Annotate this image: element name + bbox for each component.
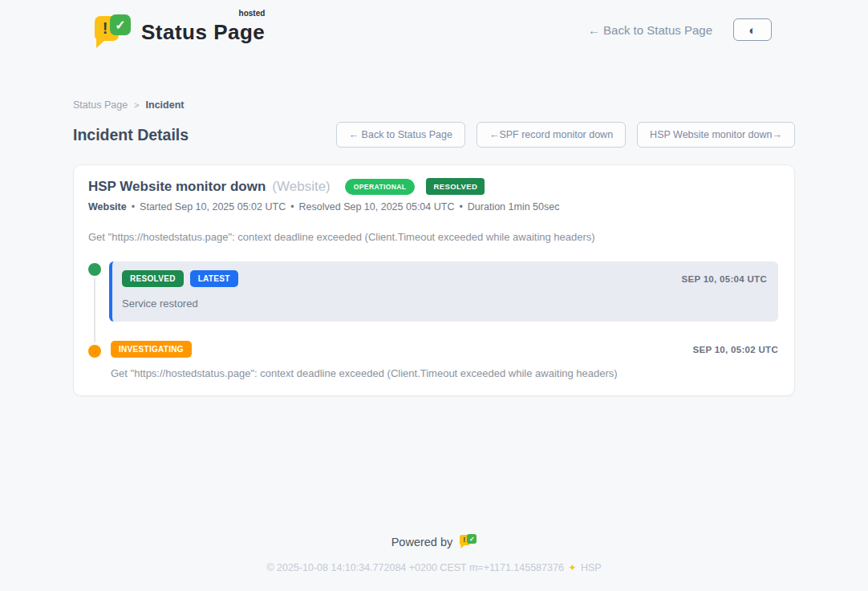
timeline-entry-resolved: RESOLVED LATEST SEP 10, 05:04 UTC Servic… — [88, 261, 778, 322]
meta-duration: Duration 1min 50sec — [468, 201, 560, 213]
timeline-message: Get "https://hostedstatus.page": context… — [111, 367, 778, 379]
footer-brand: HSP — [581, 562, 602, 573]
resolved-status-badge: RESOLVED — [122, 270, 184, 287]
logo-text-wrap: Status Page hosted — [141, 14, 265, 45]
incident-card: HSP Website monitor down (Website) OPERA… — [73, 164, 795, 396]
timeline-dot-investigating — [88, 345, 101, 358]
footer-logo-icon: ! ✓ — [460, 534, 477, 549]
main-content: Status Page > Incident Incident Details … — [73, 59, 795, 396]
header: ! ✓ Status Page hosted ← Back to Status … — [0, 0, 868, 59]
breadcrumb-incident: Incident — [146, 99, 185, 111]
powered-by-label: Powered by — [391, 536, 453, 548]
meta-started: Started Sep 10, 2025 05:02 UTC — [140, 201, 286, 213]
timeline-entry-badges: RESOLVED LATEST — [122, 270, 238, 287]
incident-timeline: RESOLVED LATEST SEP 10, 05:04 UTC Servic… — [88, 261, 778, 379]
timeline-entry-badges: INVESTIGATING — [111, 341, 192, 358]
meta-bullet: • — [459, 201, 462, 213]
timeline-entry-investigating: INVESTIGATING SEP 10, 05:02 UTC Get "htt… — [88, 341, 778, 379]
timeline-entry-header: RESOLVED LATEST SEP 10, 05:04 UTC — [122, 270, 767, 287]
breadcrumb-separator: > — [134, 100, 139, 110]
incident-description: Get "https://hostedstatus.page": context… — [88, 231, 778, 243]
checkmark-icon: ✓ — [115, 18, 125, 33]
header-actions: ← Back to Status Page ◐ — [588, 18, 772, 41]
meta-resolved: Resolved Sep 10, 2025 05:04 UTC — [299, 201, 455, 213]
check-box-shape: ✓ — [110, 14, 131, 35]
incident-title: HSP Website monitor down — [88, 179, 266, 195]
breadcrumb: Status Page > Incident — [73, 99, 795, 111]
header-back-link[interactable]: ← Back to Status Page — [588, 23, 712, 37]
incident-meta: Website • Started Sep 10, 2025 05:02 UTC… — [88, 201, 778, 213]
logo-title: Status Page — [141, 20, 265, 44]
timeline-message: Service restored — [122, 298, 767, 310]
breadcrumb-status-page[interactable]: Status Page — [73, 99, 128, 111]
incident-nav-buttons: ← Back to Status Page ←SPF record monito… — [336, 122, 795, 148]
timeline-timestamp: SEP 10, 05:04 UTC — [681, 274, 767, 284]
prev-incident-button[interactable]: ←SPF record monitor down — [477, 122, 626, 148]
incident-component: (Website) — [272, 179, 330, 195]
sparkles-icon: ✦ — [568, 562, 576, 573]
meta-bullet: • — [290, 201, 294, 213]
title-row: Incident Details ← Back to Status Page ←… — [73, 122, 795, 148]
logo-hosted-label: hosted — [239, 9, 266, 18]
operational-badge: OPERATIONAL — [345, 179, 416, 195]
check-box-shape: ✓ — [467, 534, 477, 544]
copyright-line: © 2025-10-08 14:10:34.772084 +0200 CEST … — [0, 562, 868, 573]
incident-title-row: HSP Website monitor down (Website) OPERA… — [88, 178, 778, 195]
page-title: Incident Details — [73, 126, 189, 144]
logo-bubble-tail — [460, 544, 465, 548]
status-page-logo-icon: ! ✓ — [95, 14, 132, 46]
theme-toggle-button[interactable]: ◐ — [733, 18, 772, 41]
timeline-dot-resolved — [88, 263, 101, 276]
timeline-latest-update-box: RESOLVED LATEST SEP 10, 05:04 UTC Servic… — [109, 261, 778, 322]
timeline-entry-header: INVESTIGATING SEP 10, 05:02 UTC — [111, 341, 778, 358]
powered-by-link[interactable]: Powered by ! ✓ — [391, 534, 477, 549]
timeline-entry-content: INVESTIGATING SEP 10, 05:02 UTC Get "htt… — [111, 341, 778, 379]
latest-tag-badge: LATEST — [190, 270, 238, 287]
footer: Powered by ! ✓ © 2025-10-08 14:10:34.772… — [0, 534, 868, 591]
timeline-timestamp: SEP 10, 05:02 UTC — [692, 345, 778, 354]
investigating-status-badge: INVESTIGATING — [111, 341, 192, 358]
resolved-badge: RESOLVED — [426, 178, 485, 195]
checkmark-icon: ✓ — [469, 536, 475, 543]
copyright-text: © 2025-10-08 14:10:34.772084 +0200 CEST … — [266, 562, 564, 573]
next-incident-button[interactable]: HSP Website monitor down→ — [637, 122, 795, 148]
dark-mode-icon: ◐ — [748, 24, 756, 36]
meta-component: Website — [88, 201, 127, 213]
meta-bullet: • — [132, 201, 135, 213]
back-to-status-page-button[interactable]: ← Back to Status Page — [336, 122, 465, 148]
app-logo[interactable]: ! ✓ Status Page hosted — [95, 14, 265, 46]
